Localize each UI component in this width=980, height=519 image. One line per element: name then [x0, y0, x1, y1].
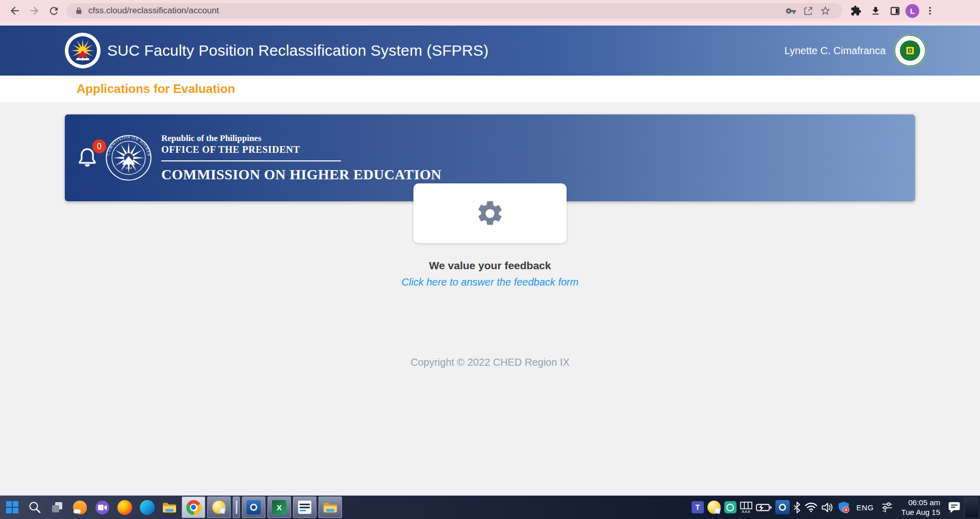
user-name[interactable]: Lynette C. Cimafranca: [785, 45, 886, 57]
wifi-icon[interactable]: [804, 502, 818, 512]
start-button[interactable]: [1, 497, 23, 518]
mixer-sliders-icon: [880, 502, 894, 513]
url-text: cfss.cloud/reclassification/account: [88, 6, 782, 16]
password-key-button[interactable]: [782, 3, 799, 18]
edge-icon[interactable]: [136, 497, 158, 518]
ched-seal: COMMISSION ON HIGHER EDUCATION: [105, 134, 152, 181]
vsu-logo: [894, 34, 926, 67]
chrome-window-button[interactable]: [182, 497, 205, 518]
folder-icon: [162, 502, 177, 513]
clock-date: Tue Aug 15: [901, 507, 940, 517]
chrome-icon: [186, 500, 201, 515]
task-view-icon: [51, 501, 64, 514]
back-button[interactable]: [5, 1, 24, 20]
grid-icon: [740, 502, 752, 509]
forward-button[interactable]: [24, 1, 44, 20]
camera-glyph-icon: [98, 504, 107, 511]
archive-app-icon: [298, 501, 311, 514]
show-desktop-button[interactable]: [964, 497, 978, 517]
feedback-heading: We value your feedback: [0, 260, 980, 272]
capture-tray-icon[interactable]: [724, 501, 737, 513]
taskbar: X T AAA: [0, 496, 980, 519]
audio-mixer-icon[interactable]: [880, 502, 894, 513]
banner-divider: [161, 160, 341, 161]
battery-icon[interactable]: [756, 503, 772, 512]
loading-card: [413, 183, 567, 243]
utility-tray-icon[interactable]: [707, 501, 721, 514]
commission-line: COMMISSION ON HIGHER EDUCATION: [161, 167, 442, 183]
action-center-button[interactable]: [948, 502, 961, 513]
lock-icon: [75, 7, 83, 15]
section-bar: Applications for Evaluation: [0, 76, 980, 102]
firefox-icon[interactable]: [113, 497, 136, 518]
kebab-menu-icon: [925, 6, 935, 16]
ched-logo: [64, 32, 101, 69]
file-explorer-icon[interactable]: [158, 497, 181, 518]
page-body: 0 COMMISSION ON HIGHER EDUCATION: [0, 102, 980, 496]
downloads-button[interactable]: [867, 2, 884, 19]
taskbar-search-button[interactable]: [23, 497, 46, 518]
bookmark-button[interactable]: [817, 3, 834, 18]
back-arrow-icon: [9, 5, 21, 17]
page-title: SUC Faculty Position Reclassification Sy…: [107, 42, 488, 59]
key-icon: [786, 6, 796, 16]
language-indicator[interactable]: ENG: [853, 503, 877, 512]
browser-chrome-strip: [0, 21, 980, 26]
office-line: OFFICE OF THE PRESIDENT: [161, 144, 442, 156]
folder-icon: [323, 502, 337, 513]
forward-arrow-icon: [28, 5, 40, 17]
side-panel-button[interactable]: [886, 2, 903, 19]
share-icon: [803, 6, 814, 16]
browser-toolbar: cfss.cloud/reclassification/account L: [0, 0, 980, 21]
system-tray: T AAA: [692, 497, 979, 517]
bluetooth-icon[interactable]: [793, 502, 801, 513]
excel-icon: X: [272, 500, 286, 514]
browser-menu-button[interactable]: [921, 2, 939, 19]
scanner-app-window-button[interactable]: [242, 497, 265, 518]
video-app-icon[interactable]: [91, 497, 113, 518]
extensions-button[interactable]: [847, 2, 865, 19]
browser-profile-avatar[interactable]: L: [905, 4, 919, 18]
scanner-app-icon: [247, 500, 261, 514]
archive-app-window-button[interactable]: [293, 497, 316, 518]
feedback-link[interactable]: Click here to answer the feedback form: [0, 276, 980, 288]
bluetooth-glyph-icon: [793, 502, 801, 513]
search-icon: [28, 501, 41, 514]
reload-icon: [48, 5, 60, 17]
battery-charging-icon: [756, 503, 772, 512]
wifi-glyph-icon: [804, 502, 818, 512]
volume-icon[interactable]: [821, 502, 834, 513]
action-center-icon: [948, 502, 961, 513]
banner-text: Republic of the Philippines OFFICE OF TH…: [161, 133, 442, 183]
gear-icon: [475, 199, 505, 228]
screen: cfss.cloud/reclassification/account L: [0, 0, 980, 519]
side-panel-icon: [890, 6, 900, 16]
star-icon: [820, 5, 831, 16]
task-view-button[interactable]: [46, 497, 68, 518]
shield-alert-icon: [838, 501, 850, 513]
weather-app-icon[interactable]: [68, 497, 91, 518]
share-button[interactable]: [799, 3, 817, 18]
folder-window-button[interactable]: [318, 497, 342, 518]
download-icon: [870, 6, 881, 16]
reload-button[interactable]: [44, 1, 63, 20]
defender-icon[interactable]: [838, 501, 850, 513]
notification-count-badge: 0: [92, 139, 106, 153]
speaker-glyph-icon: [821, 502, 834, 513]
notifications-button[interactable]: 0: [77, 146, 98, 170]
copyright-text: Copyright © 2022 CHED Region IX: [0, 357, 980, 368]
clock[interactable]: 06:05 am Tue Aug 15: [901, 498, 940, 517]
separator-lines-icon: [236, 501, 237, 514]
seal-year: 1994: [126, 166, 133, 170]
republic-line: Republic of the Philippines: [161, 133, 442, 144]
utility-app-window-button[interactable]: [207, 497, 231, 518]
app-header: SUC Faculty Position Reclassification Sy…: [0, 26, 980, 76]
window-edge-separator[interactable]: [233, 497, 240, 518]
character-grid-tray-icon[interactable]: AAA: [740, 502, 752, 513]
excel-window-button[interactable]: X: [267, 497, 291, 518]
toolbar-actions: L: [847, 2, 939, 19]
teams-tray-icon[interactable]: T: [692, 501, 704, 513]
section-title: Applications for Evaluation: [77, 82, 235, 96]
url-bar[interactable]: cfss.cloud/reclassification/account: [66, 3, 842, 18]
scanner-tray-icon[interactable]: [775, 500, 790, 514]
